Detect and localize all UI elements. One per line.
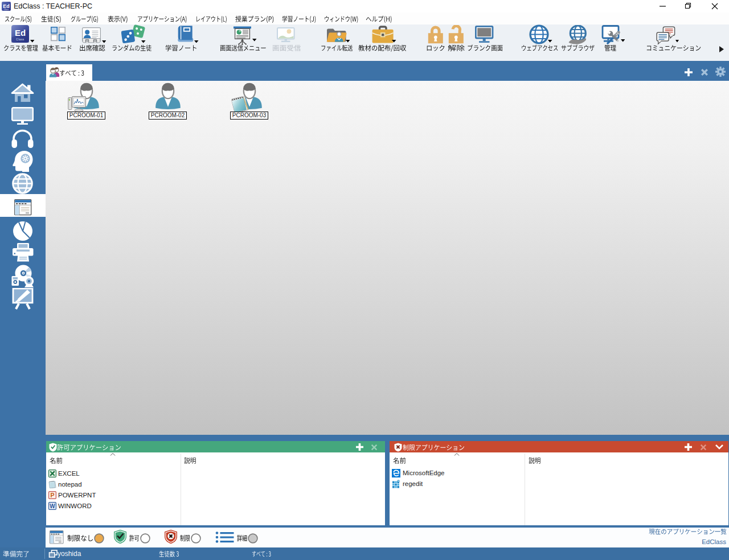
svg-text:P: P <box>50 492 54 499</box>
svg-text:Class: Class <box>16 38 24 41</box>
svg-text:W: W <box>50 503 55 509</box>
svg-text:Class: Class <box>4 9 9 11</box>
svg-text:Ed: Ed <box>14 28 25 38</box>
